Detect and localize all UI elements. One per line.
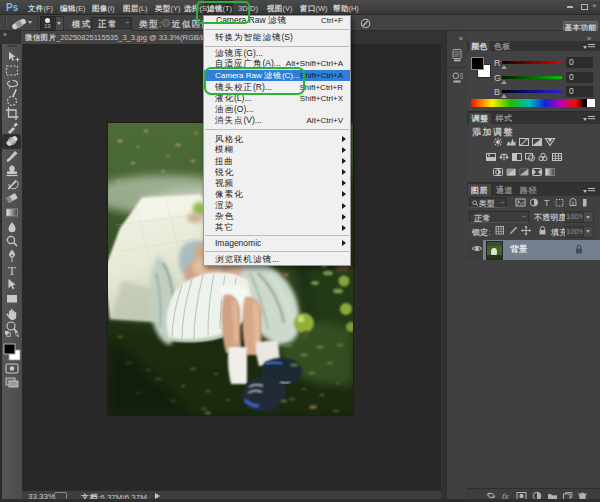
svg-text:T: T [544,198,550,208]
svg-text:T: T [8,263,16,278]
